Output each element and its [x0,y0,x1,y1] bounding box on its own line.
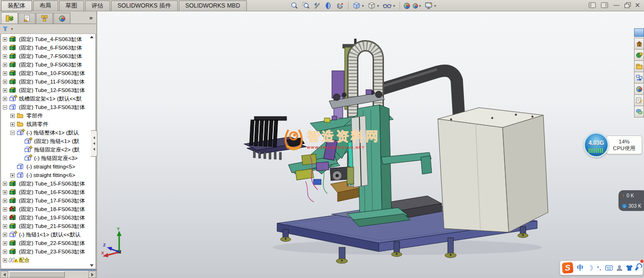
tree-item[interactable]: (固定) Tube_9-FS063缸体 [1,60,96,69]
expand-toggle[interactable] [3,233,7,237]
expand-toggle[interactable] [3,97,7,101]
tree-item[interactable]: (-) 拖链1<1> (默认<<默认 [1,230,96,239]
tab-appearances[interactable] [634,83,644,95]
tab-forum[interactable] [634,106,644,118]
expand-toggle[interactable] [3,199,7,203]
expand-toggle[interactable] [3,88,7,93]
network-speed-widget[interactable]: ↑ 0 K ↓ 303 K [618,190,644,211]
expand-toggle[interactable] [3,46,7,50]
task-pane-header[interactable] [634,28,644,37]
tab-propertymanager[interactable] [18,13,35,24]
ribbon-tab[interactable]: 布局 [33,0,58,11]
tree-item[interactable]: 线槽固定架<1> (默认<<默 [1,94,96,103]
tree-item[interactable]: (-) 拖链固定座<3> [1,154,96,162]
apply-scene-button[interactable]: ▼ [412,1,423,10]
memory-ball[interactable]: 4.03G [583,132,609,158]
tree-item[interactable]: (-) 拖链整体<1> (默认 [1,128,96,137]
expand-toggle[interactable] [3,71,7,76]
expand-toggle[interactable] [3,216,7,220]
ribbon-tab[interactable]: 草图 [59,0,84,11]
expand-toggle[interactable] [3,54,7,59]
tree-item[interactable]: (固定) Tube_13-FS063缸体 [1,103,96,111]
scroll-left-arrow[interactable] [0,271,8,278]
tree-item[interactable]: (固定) 拖链<1> (默 [1,137,96,145]
cpu-monitor-widget[interactable]: 14% CPU使用 4.03G [583,132,644,159]
hide-show-items-button[interactable]: ▼ [382,1,397,10]
wrench-icon[interactable] [635,265,640,271]
tree-item[interactable]: (固定) Tube_15-FS063缸体 [1,179,96,188]
dock-right-icon[interactable] [601,2,608,8]
tree-item[interactable]: (固定) Tube_22-FS063缸体 [1,239,96,247]
view-orientation-button[interactable]: ▼ [351,1,366,10]
expand-toggle[interactable] [10,114,15,118]
restore-button[interactable] [625,4,629,8]
expand-toggle[interactable] [3,190,7,194]
tab-displaymanager[interactable] [53,13,70,24]
scrollbar-thumb[interactable] [9,271,65,278]
zoom-to-area-button[interactable] [301,1,311,10]
tree-item[interactable]: (固定) Tube_19-FS063缸体 [1,213,96,222]
manager-tabs-overflow[interactable]: » [89,14,93,21]
edit-appearance-button[interactable] [403,1,411,10]
expand-toggle[interactable] [3,241,7,245]
tab-file-explorer[interactable] [634,72,644,84]
close-button[interactable]: ✕ [635,1,640,9]
expand-toggle[interactable] [3,258,7,262]
chevron-down-icon[interactable]: ▼ [10,27,14,31]
tab-featuremanager[interactable] [1,12,18,24]
tree-item[interactable]: 拖链固定座<2> (默 [1,145,96,154]
tree-item[interactable]: (固定) Tube_17-FS063缸体 [1,196,96,205]
minimize-button[interactable]: — [613,1,619,9]
expand-toggle[interactable] [3,37,7,42]
expand-toggle[interactable] [10,122,15,126]
tree-horizontal-scrollbar[interactable] [0,270,96,278]
expand-toggle[interactable] [3,224,7,228]
expand-toggle[interactable] [3,207,7,211]
expand-toggle[interactable] [3,182,7,186]
tab-design-library[interactable] [634,60,644,72]
punctuation-toggle[interactable]: °, [597,265,601,271]
ribbon-tab[interactable]: SOLIDWORKS MBD [179,0,247,11]
tab-solidworks-resources[interactable] [634,49,644,61]
expand-toggle[interactable] [10,131,15,135]
rotate-view-button[interactable] [335,1,345,10]
keyboard-icon[interactable] [605,265,613,270]
tree-item[interactable]: (-) straight fitting<5> [1,162,96,171]
section-view-button[interactable] [323,1,334,10]
ime-mode-toggle[interactable]: 中 [577,264,583,272]
moon-icon[interactable]: ☽ [587,265,593,271]
scroll-right-arrow[interactable] [88,271,96,278]
dock-left-icon[interactable] [589,2,596,8]
tree-item[interactable]: (固定) Tube_23-FS063缸体 [1,247,96,256]
tab-home[interactable] [634,38,644,50]
tree-item[interactable]: (固定) Tube_11-FS063缸体 [1,77,96,86]
tree-item[interactable]: 零部件 [1,111,96,120]
view-settings-button[interactable]: ▼ [424,1,438,10]
tree-item[interactable]: (固定) Tube_16-FS063缸体 [1,188,96,196]
ribbon-tab[interactable]: 装配体 [1,0,32,11]
panel-splitter[interactable] [91,130,97,157]
tree-scroll-up[interactable] [90,36,94,38]
tree-item[interactable]: (固定) Tube_6-FS063缸体 [1,43,96,52]
tree-item[interactable]: (固定) Tube_7-FS063缸体 [1,52,96,60]
tree-item[interactable]: (固定) Tube_18-FS063缸体 [1,205,96,213]
ime-logo[interactable]: S [562,262,574,274]
ribbon-tab[interactable]: SOLIDWORKS 插件 [111,0,178,11]
expand-toggle[interactable] [3,80,7,84]
filter-funnel-icon[interactable] [2,26,8,32]
graphics-viewport[interactable]: 智造资料网 WWW.ZHIZAOZILIAO.NET Y Z X [97,11,644,278]
tab-configurationmanager[interactable] [36,13,53,24]
tree-item[interactable]: (固定) Tube_10-FS063缸体 [1,69,96,77]
ime-toolbar[interactable]: S 中 ☽ °, [560,261,643,275]
expand-toggle[interactable] [3,250,7,254]
zoom-to-fit-button[interactable] [289,1,300,10]
tree-item[interactable]: (-) straight fitting<6> [1,171,96,179]
tree-item[interactable]: (固定) Tube_4-FS063缸体 [1,35,96,43]
tree-scroll-down[interactable] [90,264,94,267]
zoom-previous-button[interactable] [312,1,322,10]
tree-item[interactable]: 配合 [1,256,96,264]
tree-item[interactable]: (固定) Tube_12-FS063缸体 [1,86,96,94]
account-icon[interactable] [617,265,622,271]
expand-toggle[interactable] [10,173,15,177]
display-style-button[interactable]: ▼ [366,1,381,10]
